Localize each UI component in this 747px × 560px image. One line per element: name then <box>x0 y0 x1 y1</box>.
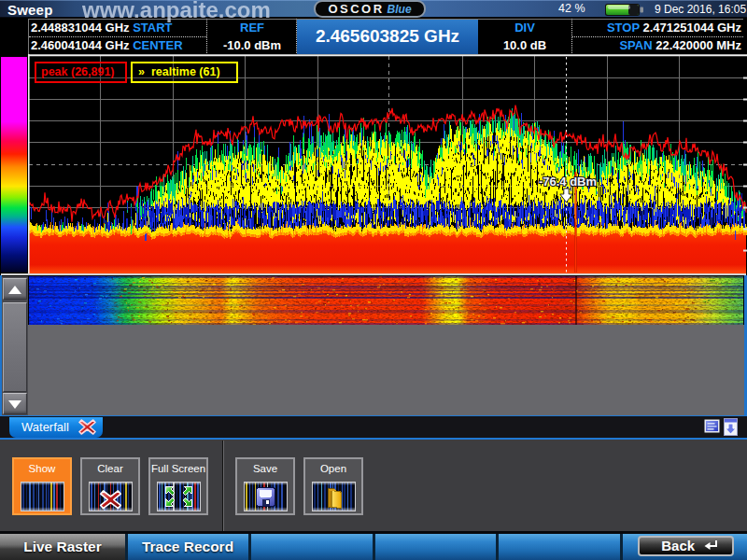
svg-text:-76.4 dBm: -76.4 dBm <box>539 175 597 189</box>
